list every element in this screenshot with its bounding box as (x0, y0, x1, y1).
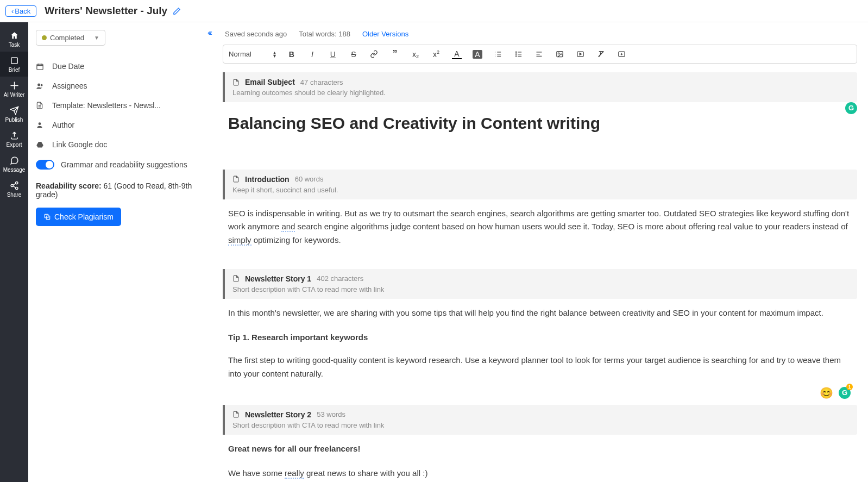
rail-label: Task (9, 42, 20, 48)
link-gdoc-row[interactable]: Link Google doc (36, 135, 204, 154)
image-button[interactable] (555, 50, 565, 58)
bold-button[interactable]: B (287, 50, 297, 59)
emoji-icon[interactable]: 😊 (820, 386, 833, 399)
svg-point-6 (41, 84, 43, 86)
intro-body3: optimizing for keywords. (251, 235, 341, 245)
superscript-button[interactable]: x2 (431, 50, 441, 59)
underline-button[interactable]: U (328, 50, 338, 59)
quote-button[interactable]: ” (390, 48, 400, 60)
story2-p1: We have some really great news to share … (228, 467, 855, 480)
story1-p1: In this month's newsletter, we are shari… (228, 306, 855, 320)
svg-point-2 (11, 184, 13, 186)
subscript-button[interactable]: x2 (411, 50, 420, 59)
rail-label: AI Writer (4, 92, 25, 98)
grammar-toggle[interactable] (36, 160, 54, 170)
ordered-list-button[interactable] (493, 50, 503, 58)
assignees-label: Assignees (52, 82, 87, 90)
properties-panel: ‹‹‹ Completed ▼ Due Date Assignees Templ… (28, 22, 215, 482)
assignees-row[interactable]: Assignees (36, 76, 204, 96)
insert-button[interactable] (617, 50, 627, 58)
caret-updown-icon: ▴▾ (273, 51, 276, 58)
section-hint: Keep it short, succinct and useful. (232, 186, 850, 194)
calendar-icon (36, 62, 46, 71)
rail-label: Export (7, 142, 22, 148)
section-meta: 47 characters (300, 78, 343, 86)
editor-area: Saved seconds ago Total words: 188 Older… (215, 22, 868, 482)
readability-score: Readability score: 61 (Good to Read, 8th… (36, 175, 204, 208)
story2-content[interactable]: Great news for all our freelancers! We h… (223, 435, 857, 482)
rail-label: Brief (9, 67, 20, 73)
caret-down-icon: ▼ (94, 35, 99, 41)
editor-toolbar: Normal ▴▾ B I U S ” x2 x2 A A (223, 45, 857, 64)
grammarly-count-icon[interactable]: G 1 (839, 387, 851, 399)
intro-body2: search engine algorithms judge content b… (295, 222, 847, 231)
back-label: Back (15, 7, 30, 15)
back-button[interactable]: ‹ Back (5, 5, 36, 17)
textcolor-button[interactable]: A (452, 49, 462, 59)
rail-item-message[interactable]: Message (0, 152, 28, 177)
aiwriter-icon (10, 81, 19, 90)
inline-badges: 😊 G 1 (223, 386, 857, 405)
doc-icon (232, 176, 240, 183)
svg-point-11 (516, 54, 517, 54)
svg-point-7 (39, 122, 41, 125)
intro-content[interactable]: SEO is indispensable in writing. But as … (223, 199, 857, 269)
template-icon (36, 102, 46, 109)
section-meta: 53 words (317, 410, 345, 418)
video-button[interactable] (576, 50, 586, 58)
section-head-intro: Introduction 60 words Keep it short, suc… (223, 170, 857, 199)
author-row[interactable]: Author (36, 115, 204, 135)
due-date-label: Due Date (52, 62, 84, 71)
brief-icon (10, 56, 19, 65)
link-button[interactable] (369, 50, 379, 58)
section-hint: Learning outcomes should be clearly high… (232, 89, 850, 97)
rail-item-aiwriter[interactable]: AI Writer (0, 77, 28, 102)
suggestion-span[interactable]: and (281, 222, 295, 232)
due-date-row[interactable]: Due Date (36, 57, 204, 76)
highlight-button[interactable]: A (473, 50, 482, 59)
home-icon (10, 31, 19, 40)
rail-item-brief[interactable]: Brief (0, 52, 28, 77)
status-bar: Saved seconds ago Total words: 188 Older… (223, 30, 857, 45)
share-icon (10, 181, 19, 190)
suggestion-span[interactable]: really (285, 468, 304, 479)
svg-point-10 (516, 52, 517, 52)
italic-button[interactable]: I (307, 50, 317, 59)
story1-tip-title: Tip 1. Research important keywords (228, 331, 855, 345)
unordered-list-button[interactable] (514, 50, 524, 58)
suggestion-span[interactable]: simply (228, 235, 251, 246)
clearformat-button[interactable] (596, 50, 606, 58)
story2-heading: Great news for all our freelancers! (228, 442, 855, 456)
svg-rect-0 (11, 58, 17, 64)
gdoc-label: Link Google doc (52, 140, 107, 149)
format-select[interactable]: Normal ▴▾ (229, 50, 276, 58)
section-title: Introduction (245, 175, 290, 184)
left-rail: Task Brief AI Writer Publish Export (0, 22, 28, 482)
user-icon (36, 121, 46, 129)
story1-content[interactable]: In this month's newsletter, we are shari… (223, 299, 857, 386)
align-button[interactable] (534, 50, 544, 58)
svg-rect-15 (577, 52, 583, 57)
gdrive-icon (36, 141, 46, 149)
svg-rect-4 (37, 64, 43, 70)
top-header: ‹ Back Writers' Newsletter - July (0, 0, 868, 22)
rail-item-publish[interactable]: Publish (0, 102, 28, 127)
older-versions-link[interactable]: Older Versions (362, 30, 408, 38)
svg-point-1 (15, 181, 17, 184)
section-head-story2: Newsletter Story 2 53 words Short descri… (223, 405, 857, 435)
collapse-panel-icon[interactable]: ‹‹‹ (207, 28, 211, 37)
template-label: Template: Newsletters - Newsl... (52, 101, 161, 110)
subject-content[interactable]: Balancing SEO and Creativity in Content … (223, 102, 857, 170)
template-row[interactable]: Template: Newsletters - Newsl... (36, 96, 204, 115)
rail-item-share[interactable]: Share (0, 177, 28, 202)
strike-button[interactable]: S (349, 50, 358, 59)
grammarly-badge-icon[interactable]: G (845, 102, 857, 114)
rail-item-export[interactable]: Export (0, 127, 28, 152)
message-icon (10, 156, 19, 165)
rail-item-task[interactable]: Task (0, 27, 28, 52)
status-select[interactable]: Completed ▼ (36, 30, 105, 46)
section-head-story1: Newsletter Story 1 402 characters Short … (223, 269, 857, 299)
edit-title-icon[interactable] (173, 7, 181, 15)
svg-point-14 (558, 53, 560, 54)
check-plagiarism-button[interactable]: Check Plagiarism (36, 208, 121, 226)
